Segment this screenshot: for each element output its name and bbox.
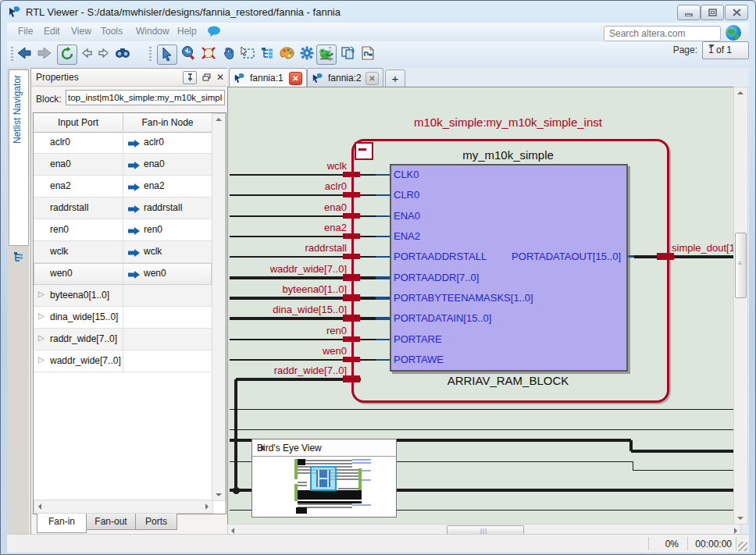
block-path-field[interactable] bbox=[66, 90, 225, 105]
collapse-button[interactable] bbox=[355, 142, 373, 160]
new-tab-button[interactable]: + bbox=[385, 69, 405, 88]
resize-grip[interactable] bbox=[738, 542, 747, 551]
table-row[interactable]: wclkwclk bbox=[34, 241, 212, 263]
properties-header[interactable]: Properties ✕ bbox=[31, 69, 228, 87]
scroll-left-icon[interactable] bbox=[231, 528, 234, 534]
settings-gear-button[interactable] bbox=[298, 44, 316, 63]
birds-eye-view-button[interactable] bbox=[316, 44, 337, 65]
toolbar-drag-handle[interactable] bbox=[149, 47, 152, 62]
table-row[interactable]: aclr0aclr0 bbox=[34, 132, 212, 154]
fit-to-window-icon bbox=[201, 46, 216, 62]
menu-window[interactable]: Window bbox=[136, 26, 169, 37]
wire bbox=[634, 255, 740, 258]
scroll-up-icon[interactable] bbox=[216, 118, 222, 121]
forward-button[interactable] bbox=[35, 44, 54, 63]
table-row[interactable]: ▷raddr_wide[7..0] bbox=[34, 329, 212, 350]
toolbar-drag-handle[interactable] bbox=[11, 47, 13, 62]
table-row[interactable]: ren0ren0 bbox=[34, 219, 212, 241]
zoom-tool-button[interactable] bbox=[179, 44, 198, 63]
table-vertical-scrollbar[interactable] bbox=[212, 113, 226, 501]
scroll-down-icon[interactable] bbox=[737, 517, 744, 520]
copy-instance-button[interactable] bbox=[338, 44, 357, 63]
birds-eye-thumbnail[interactable] bbox=[252, 456, 396, 517]
signal-label: aclr0 bbox=[228, 180, 347, 192]
input-port-cell: wen0 bbox=[50, 268, 73, 279]
pan-tool-icon bbox=[222, 46, 236, 62]
minimize-button[interactable] bbox=[677, 5, 701, 20]
close-icon[interactable]: ✕ bbox=[214, 71, 226, 83]
tab-fan-out[interactable]: Fan-out bbox=[85, 514, 137, 530]
scroll-right-icon[interactable] bbox=[205, 503, 209, 510]
menu-edit[interactable]: Edit bbox=[44, 26, 60, 37]
block-type-label: ARRIAV_RAM_BLOCK bbox=[390, 374, 626, 387]
float-window-icon[interactable] bbox=[200, 71, 212, 83]
expand-triangle-icon[interactable]: ▷ bbox=[38, 290, 45, 298]
table-row[interactable]: raddrstallraddrstall bbox=[34, 197, 212, 219]
color-palette-button[interactable] bbox=[277, 44, 296, 63]
close-icon[interactable]: x bbox=[257, 443, 268, 454]
scroll-right-icon[interactable] bbox=[734, 528, 737, 534]
next-page-button[interactable] bbox=[94, 44, 113, 63]
next-page-icon bbox=[97, 47, 111, 62]
table-row[interactable]: ena0ena0 bbox=[34, 154, 212, 176]
scroll-left-icon[interactable] bbox=[38, 503, 41, 510]
pan-tool-button[interactable] bbox=[219, 44, 238, 63]
netlist-navigator-tab[interactable]: Netlist Navigator bbox=[9, 69, 29, 246]
table-row[interactable]: ▷waddr_wide[7..0] bbox=[34, 350, 212, 372]
menu-view[interactable]: View bbox=[71, 26, 91, 37]
table-header[interactable]: Input Port Fan-in Node bbox=[34, 113, 212, 133]
vertical-scroll-thumb[interactable]: ≡ bbox=[735, 233, 747, 298]
signal-label: waddr_wide[7..0] bbox=[228, 263, 347, 275]
wire bbox=[376, 297, 390, 300]
netlist-report-button[interactable] bbox=[358, 44, 377, 63]
fit-to-window-button[interactable] bbox=[199, 44, 218, 63]
table-horizontal-scrollbar[interactable] bbox=[34, 500, 213, 514]
tab-fan-in[interactable]: Fan-in bbox=[37, 514, 87, 533]
port-crossing-tick bbox=[343, 315, 360, 322]
back-button[interactable] bbox=[15, 44, 34, 63]
menu-file[interactable]: File bbox=[18, 26, 33, 37]
canvas-vertical-scrollbar[interactable]: ≡ bbox=[733, 87, 748, 525]
birds-eye-view-titlebar[interactable]: Bird's Eye View x bbox=[252, 439, 396, 457]
chat-bubble-icon[interactable] bbox=[207, 26, 221, 40]
menu-tools[interactable]: Tools bbox=[101, 26, 123, 37]
globe-icon[interactable] bbox=[726, 25, 741, 41]
hierarchy-tree-button[interactable] bbox=[259, 44, 277, 63]
document-tab-fannia-1[interactable]: fannia:1✕ bbox=[229, 68, 307, 87]
select-tool-button[interactable] bbox=[157, 44, 177, 65]
page-dropdown[interactable]: 1 of 1 bbox=[702, 41, 749, 59]
maximize-button[interactable] bbox=[701, 5, 724, 20]
find-button[interactable] bbox=[113, 44, 132, 63]
port-crossing-tick bbox=[343, 294, 360, 301]
table-row[interactable]: ena2ena2 bbox=[34, 176, 212, 197]
scroll-up-icon[interactable] bbox=[737, 91, 744, 94]
schematic-canvas[interactable]: m10k_simple:my_m10k_simple_inst my_m10k_… bbox=[227, 87, 741, 525]
fanin-pin-icon bbox=[128, 205, 140, 215]
toolbar-drag-handle[interactable] bbox=[329, 47, 331, 62]
tab-close-icon[interactable]: ✕ bbox=[289, 72, 302, 85]
close-button[interactable] bbox=[725, 5, 748, 20]
rubber-band-zoom-button[interactable] bbox=[238, 44, 257, 63]
table-row[interactable]: wen0wen0 bbox=[34, 263, 212, 285]
refresh-button[interactable] bbox=[57, 44, 77, 65]
previous-page-button[interactable] bbox=[77, 44, 96, 63]
expand-triangle-icon[interactable]: ▷ bbox=[38, 355, 45, 364]
table-row[interactable]: ▷dina_wide[15..0] bbox=[34, 307, 212, 329]
tab-close-icon[interactable]: ✕ bbox=[366, 72, 379, 85]
pin-icon[interactable] bbox=[183, 71, 197, 84]
column-fanin-node[interactable]: Fan-in Node bbox=[123, 117, 212, 128]
birds-eye-view-window[interactable]: Bird's Eye View x bbox=[251, 439, 397, 518]
expand-triangle-icon[interactable]: ▷ bbox=[38, 311, 45, 320]
document-tab-fannia-2[interactable]: fannia:2✕ bbox=[307, 68, 383, 87]
scroll-down-icon[interactable] bbox=[216, 493, 222, 496]
title-bar[interactable]: RTL Viewer - S:/data/mwhisler/designs/fa… bbox=[1, 1, 755, 23]
port-crossing-tick bbox=[343, 192, 360, 197]
menu-help[interactable]: Help bbox=[177, 26, 197, 37]
input-port-cell: dina_wide[15..0] bbox=[50, 311, 118, 322]
tab-ports[interactable]: Ports bbox=[135, 514, 177, 530]
column-input-port[interactable]: Input Port bbox=[34, 117, 123, 128]
select-tool-icon bbox=[161, 47, 173, 63]
search-input[interactable] bbox=[604, 26, 721, 41]
expand-triangle-icon[interactable]: ▷ bbox=[38, 333, 45, 342]
table-row[interactable]: ▷byteena0[1..0] bbox=[34, 285, 212, 307]
